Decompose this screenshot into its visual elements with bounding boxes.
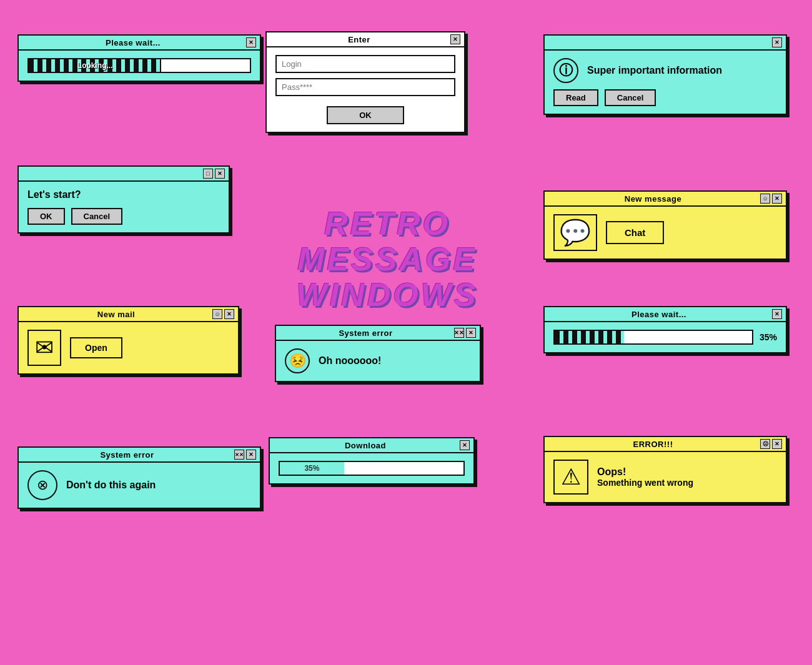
sad-icon[interactable]: ✕✕: [454, 328, 464, 338]
error-oops-window: ERROR!!! ☹ ✕ ⚠ Oops! Something went wron…: [543, 436, 787, 503]
cancel-button[interactable]: Cancel: [71, 208, 123, 225]
sad-icon[interactable]: ☹: [760, 439, 770, 449]
download-window: Download ✕ 35%: [269, 437, 475, 485]
close-icon[interactable]: ✕: [246, 450, 256, 460]
new-mail-title: New mail: [42, 310, 190, 319]
super-important-body: ⓘ Super important information Read Cance…: [545, 51, 786, 114]
progress-fill-1: Looking...: [29, 59, 161, 72]
progress-text-1: Looking...: [77, 61, 113, 70]
new-message-body: 💬 Chat: [545, 207, 786, 259]
dont-do-this-text: Don't do this again: [66, 480, 156, 491]
please-wait-1-body: Looking...: [19, 51, 260, 81]
titlebar-controls: ☺ ✕: [212, 309, 234, 319]
smiley-icon[interactable]: ☺: [212, 309, 222, 319]
system-error-1-title: System error: [300, 328, 432, 338]
titlebar-controls: ✕✕ ✕: [454, 328, 476, 338]
close-icon[interactable]: ✕: [246, 37, 256, 47]
title-line3: WINDOWS: [269, 277, 506, 313]
close-icon[interactable]: ✕: [772, 37, 782, 47]
close-icon[interactable]: ✕: [466, 328, 476, 338]
titlebar-controls: ☹ ✕: [760, 439, 782, 449]
super-important-buttons: Read Cancel: [553, 89, 777, 106]
please-wait-2-title: Please wait...: [568, 310, 750, 319]
main-title: RETRO MESSAGE WINDOWS: [269, 206, 506, 313]
login-input[interactable]: [275, 55, 455, 73]
titlebar-controls: ☺ ✕: [760, 194, 782, 204]
download-progress-fill: 35%: [280, 462, 344, 475]
system-error-1-body: 😣 Oh noooooo!: [276, 341, 480, 381]
enter-body: OK: [267, 47, 464, 132]
title-line2: MESSAGE: [269, 242, 506, 277]
new-mail-window: New mail ☺ ✕ ✉ Open: [17, 306, 239, 375]
system-error-2-content: ⊗ Don't do this again: [27, 470, 251, 500]
progress-bar-2: [553, 330, 753, 345]
close-icon[interactable]: ✕: [772, 439, 782, 449]
smiley-icon[interactable]: ☺: [760, 194, 770, 204]
error-oops-body: ⚠ Oops! Something went wrong: [545, 452, 786, 502]
title-line1: RETRO: [269, 206, 506, 242]
close-icon[interactable]: ✕: [450, 34, 460, 44]
system-error-1-content: 😣 Oh noooooo!: [285, 348, 471, 373]
new-mail-body: ✉ Open: [19, 322, 238, 373]
titlebar-controls: ✕: [246, 37, 256, 47]
titlebar-controls: □ ✕: [203, 169, 225, 179]
please-wait-1-title: Please wait...: [42, 38, 224, 47]
error-oops-title: ERROR!!!: [568, 440, 738, 449]
password-input[interactable]: [275, 78, 455, 96]
error-oops-content: ⚠ Oops! Something went wrong: [553, 460, 777, 495]
read-button[interactable]: Read: [553, 89, 598, 106]
close-icon[interactable]: ✕: [224, 309, 234, 319]
download-title: Download: [294, 441, 437, 450]
close-icon[interactable]: ✕: [460, 440, 470, 450]
super-important-window: ✕ ⓘ Super important information Read Can…: [543, 34, 787, 115]
warning-triangle-icon: ⚠: [553, 460, 588, 495]
new-message-window: New message ☺ ✕ 💬 Chat: [543, 190, 787, 260]
oops-text: Oops!: [597, 466, 693, 478]
cancel-button[interactable]: Cancel: [605, 89, 656, 106]
xx-icon[interactable]: ✕✕: [234, 450, 244, 460]
lets-start-window: □ ✕ Let's start? OK Cancel: [17, 165, 230, 234]
system-error-1-window: System error ✕✕ ✕ 😣 Oh noooooo!: [275, 325, 481, 382]
progress-label-2: 35%: [760, 332, 777, 342]
chat-button[interactable]: Chat: [606, 221, 664, 244]
system-error-2-window: System error ✕✕ ✕ ⊗ Don't do this again: [17, 446, 261, 509]
download-body: 35%: [270, 453, 473, 483]
system-error-2-body: ⊗ Don't do this again: [19, 463, 260, 508]
envelope-icon: ✉: [27, 330, 61, 366]
ok-button[interactable]: OK: [327, 106, 404, 124]
please-wait-window-2: Please wait... ✕ 35%: [543, 306, 787, 353]
enter-title: Enter: [290, 35, 428, 44]
blocked-icon: ⊗: [27, 470, 57, 500]
download-progress-label: 35%: [304, 464, 319, 473]
ok-button[interactable]: OK: [27, 208, 65, 225]
error-oops-text-block: Oops! Something went wrong: [597, 466, 693, 488]
titlebar-controls: ✕✕ ✕: [234, 450, 256, 460]
super-important-content: ⓘ Super important information: [553, 58, 777, 83]
titlebar-controls: ✕: [460, 440, 470, 450]
sad-face-icon: 😣: [285, 348, 310, 373]
open-button[interactable]: Open: [70, 337, 122, 358]
titlebar-controls: ✕: [450, 34, 460, 44]
close-icon[interactable]: ✕: [772, 309, 782, 319]
download-progress-bar: 35%: [279, 461, 465, 476]
titlebar-controls: ✕: [772, 37, 782, 47]
system-error-2-title: System error: [42, 450, 212, 460]
chat-bubbles-icon: 💬: [553, 214, 597, 251]
please-wait-window-1: Please wait... ✕ Looking...: [17, 34, 261, 82]
enter-window: Enter ✕ OK: [265, 31, 465, 133]
close-icon[interactable]: ✕: [772, 194, 782, 204]
minimize-icon[interactable]: □: [203, 169, 213, 179]
close-icon[interactable]: ✕: [215, 169, 225, 179]
lets-start-question: Let's start?: [27, 189, 220, 200]
please-wait-2-body: 35%: [545, 322, 786, 352]
progress-row: 35%: [553, 330, 777, 345]
something-went-wrong-text: Something went wrong: [597, 478, 693, 488]
titlebar-controls: ✕: [772, 309, 782, 319]
new-message-title: New message: [568, 194, 738, 204]
progress-bar-1: Looking...: [27, 58, 251, 73]
super-important-text: Super important information: [587, 65, 722, 76]
progress-fill-2: [555, 331, 624, 343]
info-icon: ⓘ: [553, 58, 578, 83]
new-mail-content: ✉ Open: [27, 330, 229, 366]
new-message-content: 💬 Chat: [553, 214, 777, 251]
